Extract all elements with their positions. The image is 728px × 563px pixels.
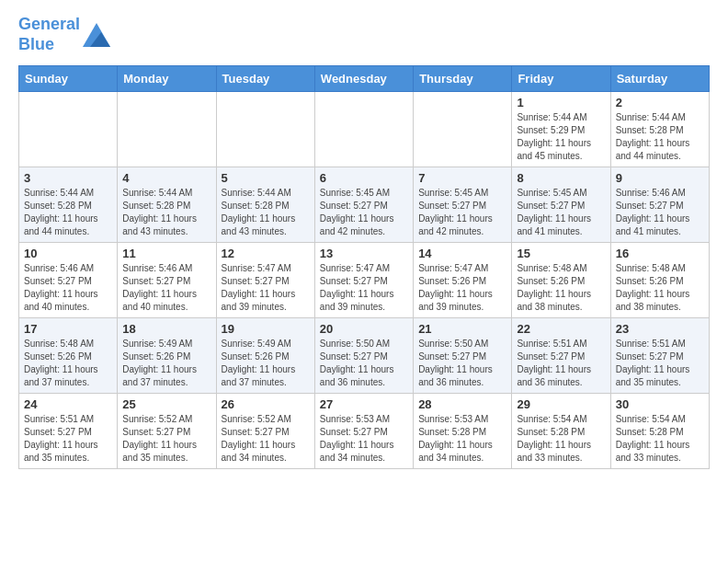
day-info: Sunrise: 5:50 AM Sunset: 5:27 PM Dayligh… bbox=[320, 338, 408, 389]
calendar-empty-cell bbox=[216, 92, 314, 167]
calendar-day-header: Sunday bbox=[19, 66, 118, 92]
calendar-empty-cell bbox=[314, 92, 413, 167]
calendar-week-row: 24Sunrise: 5:51 AM Sunset: 5:27 PM Dayli… bbox=[19, 394, 710, 469]
day-info: Sunrise: 5:47 AM Sunset: 5:27 PM Dayligh… bbox=[320, 262, 408, 314]
day-number: 27 bbox=[320, 397, 408, 411]
day-number: 28 bbox=[418, 397, 506, 411]
calendar-day-cell: 19Sunrise: 5:49 AM Sunset: 5:26 PM Dayli… bbox=[216, 318, 314, 394]
day-number: 17 bbox=[24, 322, 112, 336]
calendar-week-row: 3Sunrise: 5:44 AM Sunset: 5:28 PM Daylig… bbox=[19, 167, 710, 243]
calendar-day-cell: 6Sunrise: 5:45 AM Sunset: 5:27 PM Daylig… bbox=[314, 167, 413, 243]
logo-text-area: GeneralBlue bbox=[18, 15, 110, 54]
logo-icon bbox=[83, 23, 110, 47]
calendar-day-cell: 27Sunrise: 5:53 AM Sunset: 5:27 PM Dayli… bbox=[314, 394, 413, 469]
day-number: 25 bbox=[122, 397, 210, 411]
calendar-day-cell: 26Sunrise: 5:52 AM Sunset: 5:27 PM Dayli… bbox=[216, 394, 314, 469]
calendar-week-row: 17Sunrise: 5:48 AM Sunset: 5:26 PM Dayli… bbox=[19, 318, 710, 394]
calendar-day-cell: 11Sunrise: 5:46 AM Sunset: 5:27 PM Dayli… bbox=[118, 243, 216, 318]
day-number: 19 bbox=[222, 322, 310, 336]
day-number: 15 bbox=[517, 247, 605, 260]
day-info: Sunrise: 5:45 AM Sunset: 5:27 PM Dayligh… bbox=[418, 187, 506, 238]
calendar-day-cell: 4Sunrise: 5:44 AM Sunset: 5:28 PM Daylig… bbox=[118, 167, 216, 243]
calendar-day-cell: 5Sunrise: 5:44 AM Sunset: 5:28 PM Daylig… bbox=[216, 167, 314, 243]
day-info: Sunrise: 5:44 AM Sunset: 5:28 PM Dayligh… bbox=[122, 187, 210, 238]
calendar-empty-cell bbox=[19, 92, 118, 167]
day-number: 11 bbox=[122, 247, 210, 260]
day-number: 12 bbox=[222, 247, 310, 260]
day-info: Sunrise: 5:44 AM Sunset: 5:29 PM Dayligh… bbox=[517, 111, 605, 163]
day-number: 8 bbox=[517, 171, 605, 185]
day-number: 29 bbox=[517, 397, 605, 411]
calendar-day-cell: 28Sunrise: 5:53 AM Sunset: 5:28 PM Dayli… bbox=[414, 394, 512, 469]
calendar-empty-cell bbox=[414, 92, 512, 167]
calendar-day-cell: 7Sunrise: 5:45 AM Sunset: 5:27 PM Daylig… bbox=[414, 167, 512, 243]
calendar-day-cell: 30Sunrise: 5:54 AM Sunset: 5:28 PM Dayli… bbox=[610, 394, 709, 469]
page-container: GeneralBlue SundayMondayTuesdayWednesday… bbox=[0, 0, 728, 484]
calendar-day-header: Saturday bbox=[610, 66, 709, 92]
day-number: 3 bbox=[24, 171, 112, 185]
calendar-day-cell: 10Sunrise: 5:46 AM Sunset: 5:27 PM Dayli… bbox=[19, 243, 118, 318]
calendar-day-cell: 15Sunrise: 5:48 AM Sunset: 5:26 PM Dayli… bbox=[512, 243, 610, 318]
calendar-day-cell: 22Sunrise: 5:51 AM Sunset: 5:27 PM Dayli… bbox=[512, 318, 610, 394]
day-info: Sunrise: 5:48 AM Sunset: 5:26 PM Dayligh… bbox=[24, 338, 112, 389]
calendar-day-header: Monday bbox=[118, 66, 216, 92]
calendar-day-cell: 17Sunrise: 5:48 AM Sunset: 5:26 PM Dayli… bbox=[19, 318, 118, 394]
day-info: Sunrise: 5:49 AM Sunset: 5:26 PM Dayligh… bbox=[122, 338, 210, 389]
day-info: Sunrise: 5:46 AM Sunset: 5:27 PM Dayligh… bbox=[616, 187, 704, 238]
day-number: 20 bbox=[320, 322, 408, 336]
day-number: 22 bbox=[517, 322, 605, 336]
calendar-day-header: Friday bbox=[512, 66, 610, 92]
day-info: Sunrise: 5:48 AM Sunset: 5:26 PM Dayligh… bbox=[517, 262, 605, 314]
day-info: Sunrise: 5:53 AM Sunset: 5:27 PM Dayligh… bbox=[320, 413, 408, 465]
logo-label: GeneralBlue bbox=[18, 15, 80, 54]
day-number: 16 bbox=[616, 247, 704, 260]
calendar-header-row: SundayMondayTuesdayWednesdayThursdayFrid… bbox=[19, 66, 710, 92]
day-info: Sunrise: 5:54 AM Sunset: 5:28 PM Dayligh… bbox=[616, 413, 704, 465]
calendar-day-cell: 20Sunrise: 5:50 AM Sunset: 5:27 PM Dayli… bbox=[314, 318, 413, 394]
day-number: 10 bbox=[24, 247, 112, 260]
day-info: Sunrise: 5:49 AM Sunset: 5:26 PM Dayligh… bbox=[222, 338, 310, 389]
calendar-day-header: Thursday bbox=[414, 66, 512, 92]
day-info: Sunrise: 5:53 AM Sunset: 5:28 PM Dayligh… bbox=[418, 413, 506, 465]
calendar-empty-cell bbox=[118, 92, 216, 167]
day-info: Sunrise: 5:54 AM Sunset: 5:28 PM Dayligh… bbox=[517, 413, 605, 465]
day-info: Sunrise: 5:51 AM Sunset: 5:27 PM Dayligh… bbox=[24, 413, 112, 465]
day-info: Sunrise: 5:52 AM Sunset: 5:27 PM Dayligh… bbox=[122, 413, 210, 465]
day-info: Sunrise: 5:51 AM Sunset: 5:27 PM Dayligh… bbox=[616, 338, 704, 389]
calendar-day-cell: 23Sunrise: 5:51 AM Sunset: 5:27 PM Dayli… bbox=[610, 318, 709, 394]
day-number: 13 bbox=[320, 247, 408, 260]
day-info: Sunrise: 5:46 AM Sunset: 5:27 PM Dayligh… bbox=[24, 262, 112, 314]
day-info: Sunrise: 5:44 AM Sunset: 5:28 PM Dayligh… bbox=[222, 187, 310, 238]
day-info: Sunrise: 5:48 AM Sunset: 5:26 PM Dayligh… bbox=[616, 262, 704, 314]
day-number: 9 bbox=[616, 171, 704, 185]
calendar-day-cell: 21Sunrise: 5:50 AM Sunset: 5:27 PM Dayli… bbox=[414, 318, 512, 394]
calendar-day-cell: 13Sunrise: 5:47 AM Sunset: 5:27 PM Dayli… bbox=[314, 243, 413, 318]
day-info: Sunrise: 5:47 AM Sunset: 5:27 PM Dayligh… bbox=[222, 262, 310, 314]
day-info: Sunrise: 5:51 AM Sunset: 5:27 PM Dayligh… bbox=[517, 338, 605, 389]
day-number: 6 bbox=[320, 171, 408, 185]
calendar-day-cell: 3Sunrise: 5:44 AM Sunset: 5:28 PM Daylig… bbox=[19, 167, 118, 243]
logo: GeneralBlue bbox=[18, 15, 110, 54]
day-info: Sunrise: 5:45 AM Sunset: 5:27 PM Dayligh… bbox=[517, 187, 605, 238]
day-number: 30 bbox=[616, 397, 704, 411]
header: GeneralBlue bbox=[18, 15, 710, 54]
calendar-day-header: Wednesday bbox=[314, 66, 413, 92]
calendar-day-cell: 16Sunrise: 5:48 AM Sunset: 5:26 PM Dayli… bbox=[610, 243, 709, 318]
calendar-day-cell: 8Sunrise: 5:45 AM Sunset: 5:27 PM Daylig… bbox=[512, 167, 610, 243]
day-number: 5 bbox=[222, 171, 310, 185]
calendar-week-row: 10Sunrise: 5:46 AM Sunset: 5:27 PM Dayli… bbox=[19, 243, 710, 318]
day-info: Sunrise: 5:46 AM Sunset: 5:27 PM Dayligh… bbox=[122, 262, 210, 314]
day-number: 2 bbox=[616, 96, 704, 109]
day-info: Sunrise: 5:50 AM Sunset: 5:27 PM Dayligh… bbox=[418, 338, 506, 389]
day-info: Sunrise: 5:45 AM Sunset: 5:27 PM Dayligh… bbox=[320, 187, 408, 238]
calendar-day-cell: 25Sunrise: 5:52 AM Sunset: 5:27 PM Dayli… bbox=[118, 394, 216, 469]
calendar-day-cell: 2Sunrise: 5:44 AM Sunset: 5:28 PM Daylig… bbox=[610, 92, 709, 167]
calendar-day-cell: 14Sunrise: 5:47 AM Sunset: 5:26 PM Dayli… bbox=[414, 243, 512, 318]
day-number: 24 bbox=[24, 397, 112, 411]
day-number: 18 bbox=[122, 322, 210, 336]
calendar-day-cell: 24Sunrise: 5:51 AM Sunset: 5:27 PM Dayli… bbox=[19, 394, 118, 469]
day-info: Sunrise: 5:44 AM Sunset: 5:28 PM Dayligh… bbox=[24, 187, 112, 238]
calendar-day-header: Tuesday bbox=[216, 66, 314, 92]
calendar-day-cell: 29Sunrise: 5:54 AM Sunset: 5:28 PM Dayli… bbox=[512, 394, 610, 469]
day-number: 7 bbox=[418, 171, 506, 185]
